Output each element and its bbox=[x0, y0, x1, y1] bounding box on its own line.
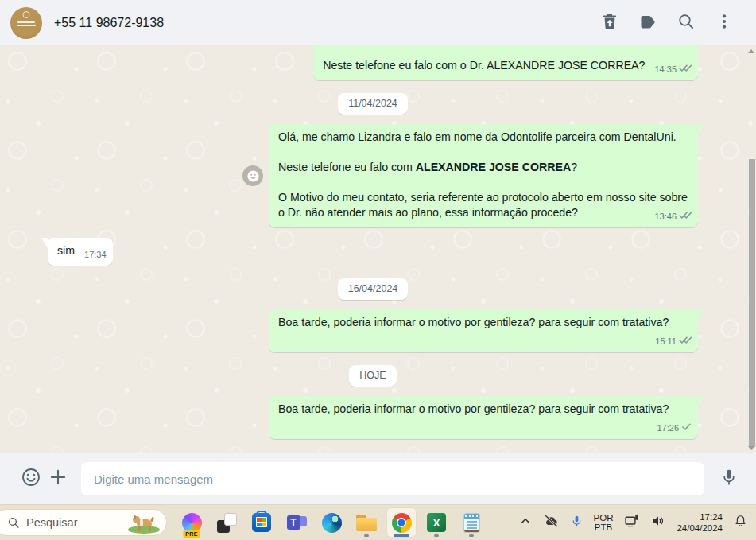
chevron-up-icon bbox=[518, 514, 533, 531]
search-icon bbox=[677, 12, 696, 34]
message-meta: 14:35 bbox=[654, 64, 692, 76]
excel-icon: X bbox=[427, 513, 446, 532]
tray-onedrive-button[interactable] bbox=[543, 513, 560, 533]
volume-icon bbox=[650, 513, 666, 532]
message-text: Boa tarde, poderia informar o motivo por… bbox=[278, 316, 669, 328]
whatsapp-window: +55 11 98672-9138 bbox=[0, 0, 756, 540]
message-text: sim bbox=[57, 244, 75, 257]
chat-header: +55 11 98672-9138 bbox=[0, 0, 756, 45]
message-row: Boa tarde, poderia informar o motivo por… bbox=[48, 396, 698, 439]
taskbar-search[interactable] bbox=[0, 509, 167, 536]
taskbar-search-input[interactable] bbox=[26, 516, 114, 529]
copilot-icon bbox=[182, 513, 202, 533]
taskbar-edge[interactable] bbox=[316, 507, 347, 538]
attach-button[interactable] bbox=[45, 465, 72, 492]
react-emoji-button[interactable] bbox=[242, 165, 263, 186]
file-explorer-icon bbox=[356, 515, 377, 531]
edge-icon bbox=[322, 513, 342, 533]
single-check-icon bbox=[681, 422, 692, 434]
windows-taskbar: PRE T X bbox=[0, 504, 756, 540]
message-row: Neste telefone eu falo com o Dr. ALEXAND… bbox=[48, 45, 698, 80]
plus-icon bbox=[48, 467, 68, 491]
double-check-icon bbox=[679, 64, 692, 76]
clock-time: 17:24 bbox=[677, 511, 723, 523]
message-time: 17:34 bbox=[84, 249, 107, 261]
taskbar-excel[interactable]: X bbox=[421, 507, 452, 538]
message-time: 17:26 bbox=[657, 422, 679, 434]
taskbar-microsoft-store[interactable] bbox=[246, 507, 277, 538]
emoji-icon bbox=[21, 467, 41, 491]
microsoft-store-icon bbox=[252, 513, 271, 532]
message-time: 13:46 bbox=[654, 211, 677, 223]
scrollbar bbox=[748, 45, 756, 453]
contact-phone-title[interactable]: +55 11 98672-9138 bbox=[54, 16, 164, 30]
notepad-icon bbox=[463, 513, 480, 533]
voice-message-button[interactable] bbox=[715, 465, 742, 492]
emoji-button[interactable] bbox=[17, 465, 45, 492]
message-outgoing[interactable]: Boa tarde, poderia informar o motivo por… bbox=[269, 396, 698, 439]
taskbar-notepad[interactable] bbox=[456, 507, 487, 538]
teams-icon: T bbox=[287, 513, 307, 533]
message-time: 15:11 bbox=[655, 336, 677, 348]
tray-chevron-up-button[interactable] bbox=[518, 514, 533, 531]
menu-button[interactable] bbox=[708, 7, 740, 39]
display-icon bbox=[623, 513, 640, 533]
search-icon bbox=[7, 516, 20, 529]
taskbar-apps: PRE T X bbox=[176, 507, 487, 538]
search-highlight-dog-image bbox=[126, 509, 161, 535]
double-check-icon bbox=[679, 211, 692, 223]
message-input[interactable] bbox=[81, 462, 704, 495]
scrollbar-thumb[interactable] bbox=[749, 159, 755, 447]
tray-clock[interactable]: 17:24 24/04/2024 bbox=[677, 511, 723, 534]
label-button[interactable] bbox=[632, 7, 664, 39]
taskbar-chrome[interactable] bbox=[386, 507, 417, 538]
message-row: Olá, me chamo Lizandra e falo em nome da… bbox=[48, 124, 698, 227]
system-tray: POR PTB bbox=[518, 511, 756, 534]
trash-restore-button[interactable] bbox=[594, 7, 626, 39]
message-paragraph: O Motivo do meu contato, seria referente… bbox=[278, 190, 690, 220]
bell-icon bbox=[733, 514, 748, 532]
date-divider: 11/04/2024 bbox=[338, 93, 408, 115]
taskbar-task-view[interactable] bbox=[211, 507, 242, 538]
message-time: 14:35 bbox=[654, 64, 677, 76]
message-list: Neste telefone eu falo com o Dr. ALEXAND… bbox=[0, 45, 756, 453]
onedrive-paused-icon bbox=[543, 513, 560, 533]
trash-restore-icon bbox=[600, 12, 619, 34]
language-keyboard: PTB bbox=[594, 523, 614, 532]
message-meta: 15:11 bbox=[655, 336, 692, 348]
message-incoming[interactable]: sim17:34 bbox=[48, 238, 113, 266]
double-check-icon bbox=[679, 336, 692, 348]
date-divider-row: 11/04/2024 bbox=[48, 93, 698, 115]
message-outgoing[interactable]: Olá, me chamo Lizandra e falo em nome da… bbox=[269, 124, 698, 227]
taskbar-teams[interactable]: T bbox=[281, 507, 312, 538]
clock-date: 24/04/2024 bbox=[677, 523, 723, 534]
tray-display-button[interactable] bbox=[623, 513, 640, 533]
taskbar-copilot[interactable]: PRE bbox=[176, 507, 207, 538]
date-divider-today: HOJE bbox=[349, 365, 396, 387]
message-outgoing[interactable]: Boa tarde, poderia informar o motivo por… bbox=[269, 309, 698, 352]
message-text: Neste telefone eu falo com o Dr. ALEXAND… bbox=[323, 59, 645, 72]
scroll-down-arrow[interactable] bbox=[748, 446, 754, 450]
message-paragraph: Olá, me chamo Lizandra e falo em nome da… bbox=[278, 130, 690, 145]
date-divider-row: 16/04/2024 bbox=[48, 278, 698, 300]
message-meta: 17:26 bbox=[657, 422, 692, 434]
tray-mic-icon bbox=[570, 515, 583, 531]
message-outgoing[interactable]: Neste telefone eu falo com o Dr. ALEXAND… bbox=[313, 45, 698, 80]
tray-language-switcher[interactable]: POR PTB bbox=[594, 513, 614, 532]
copilot-pre-badge: PRE bbox=[183, 530, 200, 538]
composer-bar bbox=[0, 453, 756, 504]
language-code: POR bbox=[594, 513, 614, 523]
tray-volume-button[interactable] bbox=[650, 513, 666, 532]
message-text: Boa tarde, poderia informar o motivo por… bbox=[278, 402, 669, 415]
kebab-menu-icon bbox=[715, 12, 734, 34]
tray-notifications-button[interactable] bbox=[733, 514, 748, 532]
scroll-up-arrow[interactable] bbox=[748, 49, 754, 53]
contact-avatar[interactable] bbox=[10, 7, 42, 39]
avatar-emblem bbox=[23, 11, 30, 18]
tray-mic-button[interactable] bbox=[570, 515, 583, 531]
mic-icon bbox=[719, 468, 739, 490]
chrome-icon bbox=[392, 513, 412, 533]
header-actions bbox=[594, 7, 740, 39]
taskbar-file-explorer[interactable] bbox=[351, 507, 382, 538]
search-button[interactable] bbox=[670, 7, 702, 39]
